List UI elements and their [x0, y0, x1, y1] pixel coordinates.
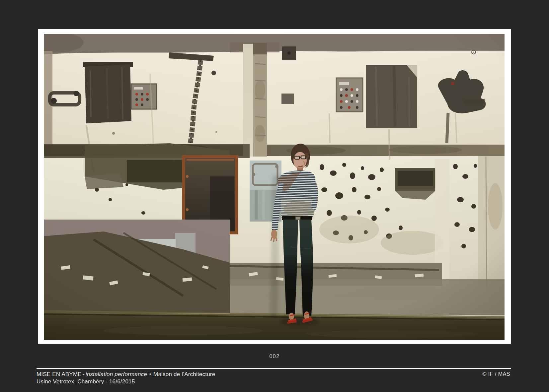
- photo-frame: [38, 29, 511, 344]
- credit-text: © IF / MAS: [483, 371, 510, 377]
- caption-line2: Usine Vetrotex, Chambéry - 16/6/2015: [37, 378, 215, 385]
- caption-dash: -: [82, 371, 86, 377]
- portfolio-page: 002 MISE EN ABYME-installation performan…: [0, 0, 549, 392]
- installation-photo: [44, 34, 505, 340]
- footer-rule: [37, 368, 511, 369]
- caption-title: MISE EN ABYME: [37, 371, 82, 377]
- caption-bullet: •: [147, 371, 153, 377]
- installation-photo-art: [44, 34, 505, 340]
- page-number: 002: [0, 354, 549, 359]
- caption-venue: Maison de l’Architecture: [153, 371, 215, 377]
- caption: MISE EN ABYME-installation performance•M…: [37, 370, 215, 385]
- caption-medium: installation performance: [86, 371, 147, 377]
